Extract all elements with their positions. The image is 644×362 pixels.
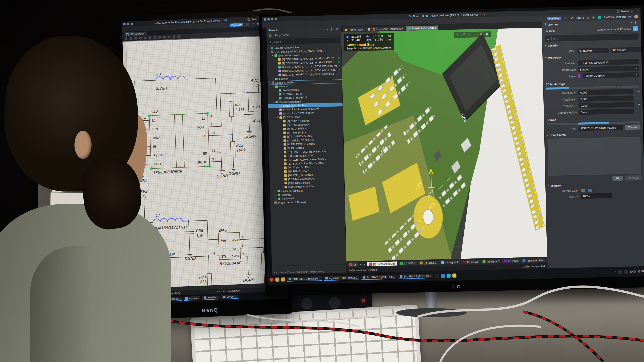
viewport-toolbar[interactable]: ▼ ↺ ＋ ▭ ▥ ▣ xyxy=(454,31,491,38)
model-type-option[interactable] xyxy=(546,87,569,90)
browser-icon[interactable] xyxy=(269,278,273,282)
measure-icon[interactable]: ▥ xyxy=(480,32,483,36)
redo-icon[interactable] xyxy=(275,18,277,20)
properties-search[interactable]: Search xyxy=(545,33,638,41)
avatar[interactable] xyxy=(634,15,638,18)
opacity-field[interactable]: 100% xyxy=(581,193,612,199)
taskbar-window[interactable]: EcoSBV... xyxy=(221,295,239,299)
value-field[interactable]: 0,000 xyxy=(579,102,634,108)
source-option[interactable] xyxy=(610,121,640,124)
expand-icon[interactable]: ▸ xyxy=(275,194,278,196)
model-type-option[interactable] xyxy=(570,86,593,89)
color-swatch[interactable] xyxy=(588,189,593,192)
value-field[interactable]: 0,000 xyxy=(578,96,634,102)
close-icon[interactable]: ✕ xyxy=(335,27,339,30)
close-button[interactable]: ✕ xyxy=(635,10,638,12)
volume-icon[interactable] xyxy=(624,269,628,274)
choose-button[interactable]: Choose xyxy=(625,124,640,130)
value-field[interactable]: 0,000 xyxy=(578,89,634,95)
search-icon[interactable] xyxy=(617,10,619,12)
taskbar-window[interactable]: EcoSBV... xyxy=(202,295,220,300)
layer-tab[interactable]: [2] GND1 xyxy=(398,261,417,265)
source-option[interactable] xyxy=(547,123,578,125)
layer-tab[interactable]: [5] GND2 xyxy=(461,260,480,264)
buy-now-button[interactable]: Buy Now xyxy=(547,17,561,20)
crosshair-icon[interactable]: ＋ xyxy=(468,32,471,37)
comment-icon[interactable] xyxy=(564,17,567,19)
share-button[interactable]: Share xyxy=(576,16,584,19)
component-l3[interactable]: L3 2.2µH xyxy=(134,70,217,121)
account-label[interactable]: EnCata Concord Pro xyxy=(604,15,631,19)
expand-icon[interactable]: ▾ xyxy=(269,82,272,84)
source-option[interactable] xyxy=(578,122,609,125)
filter-icon[interactable]: ▼ xyxy=(633,26,638,31)
stepper[interactable]: ‒ ✛ xyxy=(636,97,640,99)
stepper[interactable]: ‒ ✛ xyxy=(636,110,640,112)
folder-icon[interactable] xyxy=(275,278,279,282)
filter-icon[interactable]: ▼ xyxy=(456,33,459,37)
layer-tab[interactable]: [4] Signal 2 xyxy=(439,260,460,265)
expand-icon[interactable]: ▾ xyxy=(273,85,275,88)
panel-dropdown-icon[interactable]: ▾ xyxy=(630,21,633,24)
undo-icon[interactable]: ↺ xyxy=(462,33,465,37)
expand-icon[interactable]: ▾ xyxy=(277,116,279,119)
layer-tab[interactable]: [7] PWR xyxy=(502,259,520,263)
home-icon[interactable]: ⌂ xyxy=(587,16,589,19)
save-icon[interactable] xyxy=(127,23,129,25)
x-field[interactable]: 90.872mm xyxy=(577,48,609,54)
minimize-button[interactable]: – xyxy=(630,10,633,12)
expand-icon[interactable]: ▾ xyxy=(273,101,275,103)
layer-set-chip[interactable]: LS xyxy=(348,262,358,267)
identifier-field[interactable]: ESP32-C6-WROOM v3 xyxy=(578,59,639,66)
comment-icon[interactable] xyxy=(246,23,249,26)
layer-select[interactable]: Bottom 3D Body▾ xyxy=(582,72,639,78)
search-label[interactable]: Search xyxy=(251,18,259,21)
gear-icon[interactable]: ⚙ xyxy=(592,16,595,19)
buy-now-button[interactable]: Buy Now xyxy=(230,23,243,27)
add-button[interactable]: Add xyxy=(612,176,623,181)
layer-tab[interactable]: [1] Component Side xyxy=(367,261,397,266)
expand-icon[interactable]: ▾ xyxy=(272,55,274,57)
search-icon[interactable] xyxy=(248,18,250,20)
layer-tab[interactable]: [3] Signal 1 xyxy=(418,261,438,265)
document-tab[interactable]: Home Page xyxy=(343,27,365,32)
stepper[interactable]: ‒ ✛ xyxy=(635,90,640,93)
tray-expand-icon[interactable]: ^ xyxy=(614,270,617,273)
save-icon[interactable] xyxy=(267,18,270,20)
terminal-icon[interactable] xyxy=(435,274,439,278)
pin-icon[interactable]: ▎ xyxy=(330,27,334,30)
cube-icon[interactable]: ▣ xyxy=(486,32,489,36)
projects-search[interactable]: Search xyxy=(268,37,340,44)
taskbar-window[interactable]: w_spase - app_stm32l... xyxy=(324,276,359,281)
section-location[interactable]: Location xyxy=(548,44,559,47)
folder-icon[interactable] xyxy=(281,277,285,281)
layer-tab[interactable]: [8] Solder Side xyxy=(520,258,545,263)
code-icon[interactable] xyxy=(441,274,445,278)
board-side-select[interactable]: Bottom▾ xyxy=(578,66,639,72)
clock[interactable]: 11:52 xyxy=(637,270,644,273)
app-icon[interactable] xyxy=(123,23,126,25)
language-indicator[interactable]: ENG xyxy=(630,270,636,273)
display-label[interactable]: Display xyxy=(551,184,561,187)
scope-filter-label[interactable]: Components (and 12 more) xyxy=(597,27,631,31)
component-l7[interactable]: L7 BLM18SG121TN1D xyxy=(152,211,208,230)
taskbar-window[interactable]: EcoSBV1.PrjPcb - Alti... xyxy=(398,274,433,279)
scroll-right-icon[interactable]: ▶ xyxy=(363,263,366,265)
scroll-left-icon[interactable]: ◀ xyxy=(359,263,362,265)
pcb-3d-viewport[interactable]: L24 C50 R12 R21 UA6 x: 83,200 dx: -6,900… xyxy=(341,28,547,261)
select-rect-icon[interactable]: ▭ xyxy=(474,32,477,37)
display-tray-icon[interactable] xyxy=(618,270,622,274)
notes-icon[interactable] xyxy=(452,274,456,278)
pin-icon[interactable]: ▎ xyxy=(635,21,638,24)
search-label[interactable]: Search xyxy=(620,10,629,13)
stepper[interactable]: ‒ ✛ xyxy=(636,103,640,106)
y-field[interactable]: 83.694mm xyxy=(611,47,643,53)
path-field[interactable]: ESP32-C6-WROOM v3.step xyxy=(579,125,623,131)
expand-icon[interactable]: ▸ xyxy=(275,198,278,200)
undo-icon[interactable] xyxy=(271,18,273,20)
value-field[interactable]: 0mm xyxy=(579,109,634,115)
taskbar-window[interactable]: EcoSBV1.PrjPcb - Alti... xyxy=(361,275,396,280)
layer-tab[interactable]: [6] Signal 3 xyxy=(480,259,501,264)
expand-icon[interactable]: ▸ xyxy=(272,78,275,80)
undo-icon[interactable] xyxy=(131,23,133,25)
